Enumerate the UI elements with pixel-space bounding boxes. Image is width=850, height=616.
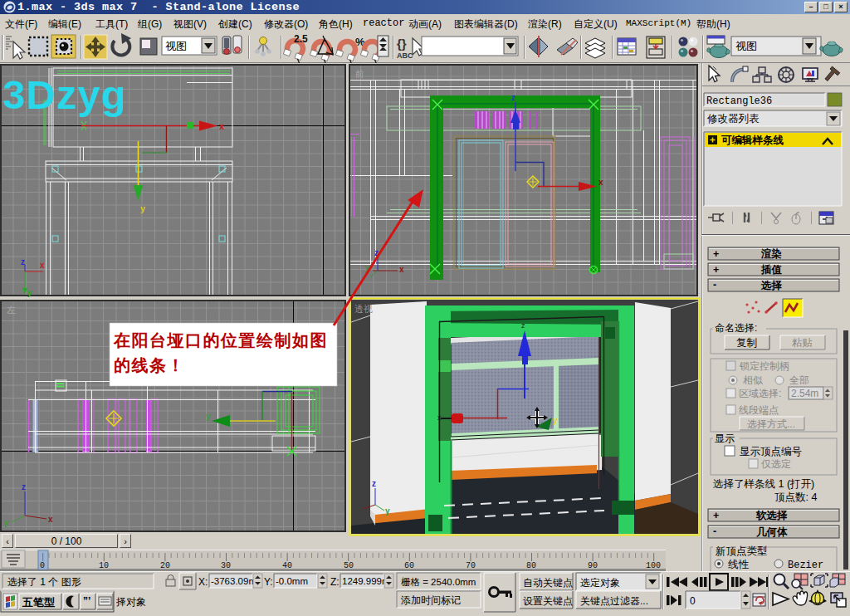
svg-text:五笔型: 五笔型	[22, 596, 55, 609]
svg-text:+: +	[713, 510, 719, 521]
svg-text:x: x	[399, 265, 404, 274]
svg-text:z: z	[21, 257, 25, 266]
svg-text:锁定控制柄: 锁定控制柄	[739, 360, 789, 372]
svg-text:30: 30	[221, 561, 231, 570]
svg-text:Z:: Z:	[330, 576, 340, 588]
svg-text:0: 0	[40, 561, 45, 570]
svg-text:选择了样条线 1 (打开): 选择了样条线 1 (打开)	[713, 478, 814, 490]
svg-text:20: 20	[160, 561, 170, 570]
svg-text:10: 10	[99, 561, 109, 570]
svg-text:区域选择:: 区域选择:	[739, 388, 781, 399]
svg-text:选定对象: 选定对象	[580, 577, 620, 589]
svg-text:软选择: 软选择	[755, 510, 788, 521]
svg-text:+: +	[713, 248, 719, 260]
svg-text:可编辑样条线: 可编辑样条线	[721, 134, 784, 146]
svg-text:显示顶点编号: 显示顶点编号	[740, 446, 802, 457]
svg-text:左: 左	[7, 305, 16, 315]
svg-text:视图: 视图	[165, 40, 187, 52]
svg-text:修改器列表: 修改器列表	[707, 113, 760, 125]
svg-text:+: +	[713, 264, 719, 276]
svg-text:{}: {}	[397, 37, 407, 51]
svg-text:x: x	[40, 261, 45, 270]
svg-text:x: x	[598, 178, 603, 187]
svg-text:几何体: 几何体	[755, 526, 788, 538]
svg-text:粘贴: 粘贴	[792, 337, 813, 349]
svg-text:70: 70	[466, 561, 476, 570]
svg-text:y: y	[27, 288, 32, 297]
svg-text:顶点数: 4: 顶点数: 4	[774, 491, 817, 503]
svg-text:相似: 相似	[743, 374, 763, 386]
svg-text:Bezier: Bezier	[788, 560, 823, 571]
svg-text:仅选定: 仅选定	[761, 458, 791, 470]
svg-text:90: 90	[588, 561, 598, 570]
svg-text:添加时间标记: 添加时间标记	[401, 594, 461, 606]
svg-text:x: x	[437, 413, 442, 422]
svg-text:60: 60	[404, 561, 414, 570]
svg-text:-: -	[713, 526, 716, 537]
svg-text:y: y	[385, 506, 390, 516]
svg-text:新顶点类型: 新顶点类型	[716, 545, 768, 557]
svg-text:3Dzyg: 3Dzyg	[2, 72, 126, 117]
svg-text:y: y	[206, 412, 211, 421]
svg-text:z: z	[511, 93, 515, 102]
svg-text:y: y	[553, 416, 558, 425]
svg-text:前: 前	[354, 69, 364, 79]
svg-text:关键点过滤器...: 关键点过滤器...	[580, 595, 648, 607]
svg-text:透视: 透视	[354, 304, 373, 314]
svg-text:-: -	[713, 279, 716, 291]
svg-text:X:: X:	[198, 576, 208, 588]
svg-text:-3763.09m: -3763.09m	[211, 576, 256, 586]
svg-text:z: z	[22, 482, 26, 491]
svg-text:择对象: 择对象	[115, 596, 146, 608]
svg-text:命名选择:: 命名选择:	[715, 322, 757, 334]
svg-text:-0.0mm: -0.0mm	[276, 576, 308, 586]
svg-text:y: y	[140, 203, 146, 213]
svg-text:Y:: Y:	[264, 576, 273, 588]
svg-text:线段端点: 线段端点	[739, 404, 779, 416]
svg-text:Rectangle36: Rectangle36	[706, 95, 772, 107]
svg-text:选择: 选择	[760, 280, 783, 291]
svg-text:0: 0	[690, 595, 696, 607]
svg-text:显示: 显示	[715, 433, 735, 444]
svg-text:80: 80	[526, 561, 536, 570]
svg-text:2.5: 2.5	[294, 33, 308, 45]
svg-text:全部: 全部	[789, 374, 809, 386]
svg-text:选择了 1 个 图形: 选择了 1 个 图形	[7, 576, 81, 588]
svg-text:线性: 线性	[728, 559, 750, 570]
svg-text:50: 50	[344, 561, 354, 570]
svg-text:100: 100	[646, 561, 661, 570]
svg-text:栅格 = 2540.0mm: 栅格 = 2540.0mm	[401, 577, 476, 587]
svg-text:1249.999m: 1249.999m	[342, 576, 390, 586]
svg-text:复制: 复制	[736, 337, 757, 349]
svg-text:设置关键点: 设置关键点	[523, 595, 573, 607]
svg-text:渲染: 渲染	[760, 247, 782, 260]
svg-text:x: x	[219, 121, 225, 131]
svg-text:插值: 插值	[760, 264, 783, 276]
svg-text:ABC: ABC	[397, 51, 413, 60]
svg-text:z: z	[521, 321, 525, 330]
svg-text:的线条！: 的线条！	[114, 356, 185, 374]
svg-text:40: 40	[282, 561, 292, 570]
svg-text:z: z	[372, 479, 376, 488]
svg-text:在阳台垭口的位置绘制如图: 在阳台垭口的位置绘制如图	[113, 331, 328, 350]
svg-text:”’: ”’	[83, 595, 90, 607]
svg-text:选择方式...: 选择方式...	[747, 418, 795, 430]
svg-text:自动关键点: 自动关键点	[523, 577, 573, 589]
svg-text:x: x	[48, 515, 53, 524]
svg-text:视图: 视图	[735, 40, 757, 52]
svg-text:y: y	[4, 518, 9, 527]
svg-text:2.54m: 2.54m	[791, 388, 818, 399]
